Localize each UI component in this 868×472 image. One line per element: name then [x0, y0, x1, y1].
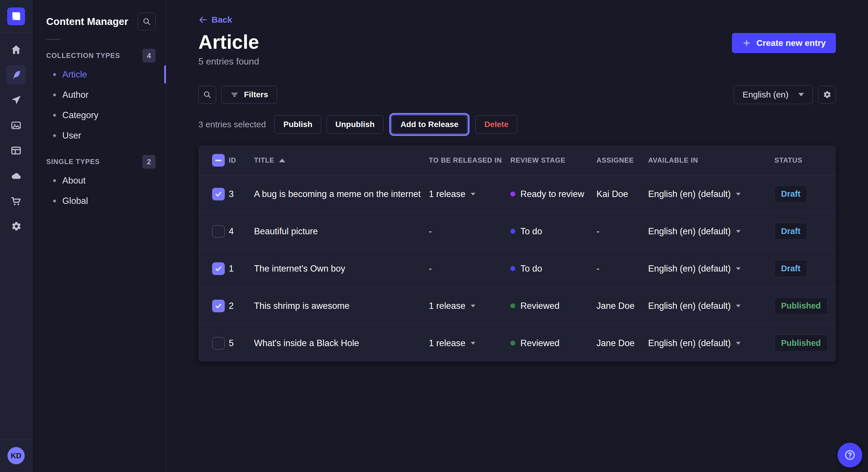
cell-review-stage: Reviewed [510, 301, 596, 311]
row-checkbox[interactable] [212, 225, 225, 238]
create-new-entry-button[interactable]: Create new entry [732, 33, 836, 53]
section-label: SINGLE TYPES [46, 158, 100, 166]
releases-icon[interactable] [6, 90, 26, 110]
select-all-checkbox[interactable] [212, 154, 225, 167]
help-button[interactable] [838, 443, 862, 467]
row-checkbox[interactable] [212, 262, 225, 275]
header-available-in[interactable]: AVAILABLE IN [648, 156, 774, 164]
cell-available-in[interactable]: English (en) (default) [648, 301, 774, 311]
table-row[interactable]: 2 This shrimp is awesome 1 release Revie… [198, 287, 836, 324]
cell-release[interactable]: - [429, 264, 510, 274]
add-to-release-button[interactable]: Add to Release [392, 115, 467, 134]
subnav-title: Content Manager [46, 16, 128, 27]
cell-assignee: Kai Doe [596, 189, 648, 199]
strapi-logo[interactable] [7, 7, 25, 25]
page-title: Article [198, 32, 259, 52]
table-row[interactable]: 4 Beautiful picture - To do - English (e… [198, 212, 836, 250]
header-assignee[interactable]: ASSIGNEE [596, 156, 648, 164]
status-badge: Draft [774, 186, 807, 202]
cell-id: 3 [229, 189, 254, 199]
subnav-item[interactable]: About [32, 170, 166, 191]
sort-asc-icon [279, 159, 285, 162]
subnav-item-label: Author [62, 90, 88, 100]
row-checkbox[interactable] [212, 337, 225, 349]
table-row[interactable]: 5 What's inside a Black Hole 1 release R… [198, 324, 836, 362]
subnav-divider [46, 39, 60, 40]
plus-icon [742, 38, 751, 47]
cell-release[interactable]: - [429, 226, 510, 237]
cell-title: Beautiful picture [254, 226, 429, 237]
stage-dot-icon [510, 303, 515, 308]
bullet-icon [53, 200, 56, 202]
cell-review-stage: Reviewed [510, 338, 596, 348]
section-count-badge: 4 [143, 49, 156, 63]
header-title[interactable]: TITLE [254, 156, 429, 164]
subnav-item[interactable]: Global [32, 191, 166, 211]
arrow-left-icon [198, 15, 208, 24]
nav-rail: KD [0, 0, 32, 472]
cell-available-in[interactable]: English (en) (default) [648, 189, 774, 199]
cell-id: 2 [229, 301, 254, 311]
chevron-down-icon [471, 193, 475, 196]
cell-assignee: Jane Doe [596, 338, 648, 348]
content-type-builder-icon[interactable] [6, 141, 26, 160]
chevron-down-icon [736, 305, 741, 307]
chevron-down-icon [471, 305, 475, 307]
cell-assignee: Jane Doe [596, 301, 648, 311]
subnav-item-label: Global [62, 196, 88, 206]
status-badge: Published [774, 335, 828, 351]
table-row[interactable]: 1 The internet's Own boy - To do - Engli… [198, 250, 836, 287]
back-link[interactable]: Back [198, 15, 232, 25]
header-review-stage[interactable]: REVIEW STAGE [510, 156, 596, 164]
header-status[interactable]: STATUS [774, 156, 836, 164]
subnav-item-label: Category [62, 110, 98, 121]
list-search-button[interactable] [198, 86, 216, 103]
locale-select[interactable]: English (en) [734, 85, 813, 104]
cell-id: 5 [229, 338, 254, 348]
entries-count: 5 entries found [198, 56, 259, 67]
stage-dot-icon [510, 192, 515, 196]
cell-release[interactable]: 1 release [429, 301, 510, 311]
row-checkbox[interactable] [212, 300, 225, 312]
header-to-be-released-in[interactable]: TO BE RELEASED IN [429, 156, 510, 164]
view-settings-button[interactable] [818, 86, 836, 103]
subnav-item-label: Article [62, 69, 87, 80]
rail-logo-area [0, 0, 32, 32]
rail-footer: KD [0, 440, 32, 472]
subnav-search-button[interactable] [138, 12, 156, 30]
status-badge: Published [774, 297, 828, 314]
cell-assignee: - [596, 226, 648, 237]
user-avatar[interactable]: KD [7, 447, 25, 464]
settings-gear-icon[interactable] [6, 216, 26, 236]
subnav-item[interactable]: Author [32, 85, 166, 105]
row-checkbox[interactable] [212, 188, 225, 200]
cell-id: 4 [229, 226, 254, 237]
subnav-item[interactable]: Article [32, 64, 166, 85]
gear-icon [823, 90, 832, 99]
cell-available-in[interactable]: English (en) (default) [648, 226, 774, 237]
table-header-row: ID TITLE TO BE RELEASED IN REVIEW STAGE … [198, 145, 836, 175]
content-manager-icon[interactable] [6, 65, 26, 85]
header-id[interactable]: ID [229, 156, 254, 164]
marketplace-cart-icon[interactable] [6, 191, 26, 211]
media-library-icon[interactable] [6, 115, 26, 135]
cell-release[interactable]: 1 release [429, 338, 510, 348]
cloud-icon[interactable] [6, 166, 26, 186]
publish-button[interactable]: Publish [274, 115, 321, 134]
subnav-item[interactable]: User [32, 125, 166, 146]
home-icon[interactable] [6, 40, 26, 59]
table-row[interactable]: 3 A bug is becoming a meme on the intern… [198, 175, 836, 212]
bullet-icon [53, 134, 56, 137]
subnav-item[interactable]: Category [32, 105, 166, 125]
cell-available-in[interactable]: English (en) (default) [648, 338, 774, 348]
cell-title: What's inside a Black Hole [254, 338, 429, 348]
section-label: COLLECTION TYPES [46, 52, 120, 60]
delete-button[interactable]: Delete [475, 115, 517, 134]
cell-release[interactable]: 1 release [429, 189, 510, 199]
content-manager-subnav: Content Manager COLLECTION TYPES 4 Artic… [32, 0, 166, 472]
cell-title: The internet's Own boy [254, 264, 429, 274]
unpublish-button[interactable]: Unpublish [327, 115, 383, 134]
main-content: Back Article 5 entries found Create new … [166, 0, 868, 472]
cell-available-in[interactable]: English (en) (default) [648, 264, 774, 274]
filters-button[interactable]: Filters [221, 86, 277, 103]
